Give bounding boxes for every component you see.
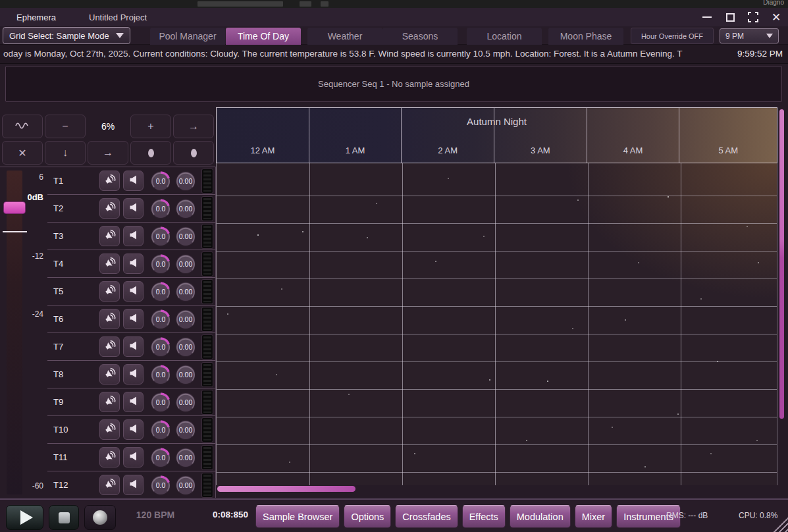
tab-pool-manager[interactable]: Pool Manager — [150, 28, 225, 45]
mute-button[interactable] — [123, 336, 144, 357]
knob-2[interactable]: 0.00 — [174, 446, 197, 469]
mute-button[interactable] — [123, 419, 144, 440]
preview-button[interactable] — [99, 419, 120, 440]
knob-2[interactable]: 0.00 — [174, 419, 197, 441]
minimize-icon[interactable] — [700, 11, 714, 24]
zoom-level-label: 6% — [88, 115, 128, 138]
mute-button[interactable] — [123, 364, 144, 385]
grid-body[interactable] — [216, 163, 777, 485]
preview-button[interactable] — [99, 447, 120, 467]
knob-1[interactable]: 0.0 — [149, 253, 172, 275]
maximize-icon[interactable] — [723, 11, 737, 24]
mute-button[interactable] — [123, 171, 144, 191]
hour-select-dropdown[interactable]: 9 PM — [720, 28, 779, 43]
knob-2[interactable]: 0.00 — [174, 280, 197, 303]
track-row-t2: T20.00.00 — [47, 195, 215, 223]
wave-button[interactable] — [2, 115, 43, 138]
hour-override-button[interactable]: Hour Override OFF — [631, 28, 714, 44]
knob-2[interactable]: 0.00 — [174, 363, 197, 386]
star-dot — [348, 394, 350, 395]
fader-track[interactable] — [7, 171, 22, 494]
mute-button[interactable] — [123, 447, 144, 467]
mute-button[interactable] — [123, 475, 144, 495]
stop-button[interactable] — [49, 505, 79, 530]
horizontal-scrollbar[interactable] — [217, 486, 355, 492]
knob-1[interactable]: 0.0 — [149, 446, 172, 469]
preview-button[interactable] — [99, 364, 120, 385]
mute-button[interactable] — [123, 198, 144, 219]
track-label: T4 — [53, 259, 63, 269]
mute-button[interactable] — [123, 281, 144, 302]
track-row-t7: T70.00.00 — [47, 333, 215, 361]
knob-2[interactable]: 0.00 — [174, 225, 197, 248]
minus-button[interactable]: − — [45, 115, 86, 138]
fader-scale-6: 6 — [0, 173, 43, 182]
knob-1[interactable]: 0.0 — [149, 170, 172, 192]
speaker-icon — [127, 201, 140, 217]
tab-weather[interactable]: Weather — [307, 28, 382, 45]
mute-button[interactable] — [123, 226, 144, 246]
knob-1[interactable]: 0.0 — [149, 419, 172, 441]
ellipse-button[interactable] — [130, 141, 171, 165]
sample-browser-button[interactable]: Sample Browser — [255, 505, 340, 528]
background-window-strip: Diagno — [0, 0, 788, 8]
knob-1[interactable]: 0.0 — [149, 363, 172, 386]
fullscreen-icon[interactable] — [747, 11, 760, 24]
tab-location[interactable]: Location — [467, 28, 542, 45]
modulation-button[interactable]: Modulation — [510, 505, 571, 528]
preview-button[interactable] — [99, 253, 120, 274]
preview-button[interactable] — [99, 392, 120, 412]
crossfades-button[interactable]: Crossfades — [395, 505, 458, 528]
knob-1[interactable]: 0.0 — [149, 391, 172, 413]
preview-button[interactable] — [99, 226, 120, 246]
knob-1[interactable]: 0.0 — [149, 336, 172, 358]
ellipse-button[interactable] — [173, 141, 214, 165]
record-button[interactable] — [84, 505, 116, 530]
knob-2[interactable]: 0.00 — [174, 391, 197, 413]
mute-button[interactable] — [123, 392, 144, 412]
tab-moon-phase[interactable]: Moon Phase — [548, 28, 623, 45]
knob-2[interactable]: 0.00 — [174, 198, 197, 220]
knob-2[interactable]: 0.00 — [174, 308, 197, 331]
knob-1[interactable]: 0.0 — [149, 280, 172, 303]
tab-seasons[interactable]: Seasons — [382, 28, 458, 45]
speaker-icon — [127, 284, 140, 300]
arrow-right-button[interactable]: → — [88, 141, 128, 165]
level-meter — [202, 197, 213, 221]
grid-line — [217, 196, 777, 196]
preview-button[interactable] — [99, 198, 120, 219]
mute-button[interactable] — [123, 253, 144, 274]
track-label: T9 — [53, 397, 63, 407]
tab-time-of-day[interactable]: Time Of Day — [226, 28, 301, 45]
star-dot — [367, 237, 368, 238]
knob-2[interactable]: 0.00 — [174, 474, 197, 496]
knob-2[interactable]: 0.00 — [174, 170, 197, 192]
mixer-button[interactable]: Mixer — [575, 505, 612, 528]
arrow-right-button[interactable]: → — [173, 115, 214, 138]
options-button[interactable]: Options — [344, 505, 391, 528]
vertical-scrollbar[interactable] — [779, 109, 784, 419]
knob-1[interactable]: 0.0 — [149, 225, 172, 248]
preview-button[interactable] — [99, 309, 120, 329]
speaker-icon — [127, 256, 140, 272]
knob-2[interactable]: 0.00 — [174, 253, 197, 275]
fader-handle[interactable] — [3, 201, 26, 214]
mute-button[interactable] — [123, 309, 144, 329]
knob-1[interactable]: 0.0 — [149, 474, 172, 496]
edit-toolbar: −6%+→ ✕↓→ — [2, 115, 215, 167]
preview-button[interactable] — [99, 475, 120, 495]
plus-button[interactable]: + — [130, 115, 171, 138]
knob-1[interactable]: 0.0 — [149, 198, 172, 220]
knob-1[interactable]: 0.0 — [149, 308, 172, 331]
close-icon[interactable]: ✕ — [770, 11, 783, 24]
close-button[interactable]: ✕ — [2, 141, 43, 165]
knob-2[interactable]: 0.00 — [174, 336, 197, 358]
preview-button[interactable] — [99, 281, 120, 302]
play-button[interactable] — [6, 505, 43, 530]
grid-select-dropdown[interactable]: Grid Select: Sample Mode — [3, 27, 130, 44]
preview-button[interactable] — [99, 171, 120, 191]
arrow-down-button[interactable]: ↓ — [45, 141, 86, 165]
effects-button[interactable]: Effects — [462, 505, 506, 528]
preview-button[interactable] — [99, 336, 120, 357]
knob-2-value: 0.00 — [174, 280, 197, 303]
